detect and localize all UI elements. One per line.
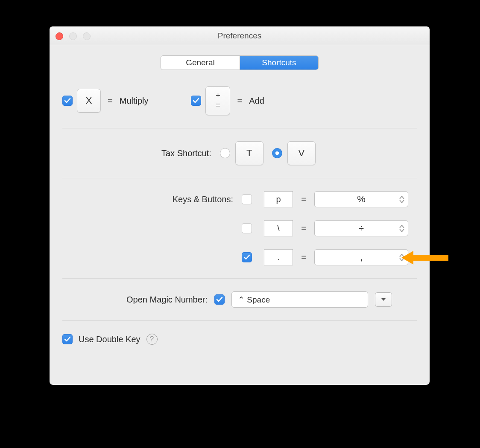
use-double-key-checkbox[interactable] (62, 334, 73, 344)
minimize-button[interactable] (69, 32, 77, 40)
tax-keycap-t: T (235, 141, 263, 165)
open-magic-number-input[interactable]: ⌃ Space (231, 291, 368, 308)
add-keycap: + = (205, 86, 230, 115)
kb-row2-value-dropdown[interactable]: , (314, 249, 408, 265)
use-double-key-label: Use Double Key (79, 335, 140, 344)
help-icon[interactable]: ? (146, 334, 158, 345)
kb-row2-value: , (360, 252, 363, 263)
equals-label: = (296, 195, 312, 204)
equals-label: = (296, 224, 312, 233)
zoom-button[interactable] (83, 32, 91, 40)
window-title: Preferences (218, 31, 261, 41)
tab-general[interactable]: General (161, 56, 240, 70)
kb-row0-value: % (357, 194, 366, 205)
stepper-icon (399, 254, 404, 261)
multiply-checkbox[interactable] (62, 96, 73, 106)
kb-row1-checkbox[interactable] (242, 223, 252, 233)
stepper-icon (399, 225, 404, 232)
add-keycap-top: + (216, 91, 220, 101)
preferences-window: Preferences General Shortcuts X = Multip… (50, 26, 430, 385)
kb-row2-checkbox[interactable] (242, 252, 252, 262)
add-label: Add (249, 96, 264, 106)
multiply-keycap: X (77, 89, 101, 113)
tax-radio-t[interactable] (220, 148, 230, 158)
equals-label: = (296, 253, 312, 262)
titlebar: Preferences (50, 26, 430, 45)
kb-row0-value-dropdown[interactable]: % (314, 191, 408, 207)
tab-bar: General Shortcuts (50, 55, 430, 70)
add-keycap-bot: = (216, 101, 220, 110)
kb-row0-checkbox[interactable] (242, 194, 252, 204)
add-checkbox[interactable] (191, 96, 201, 106)
open-magic-number-value: ⌃ Space (238, 295, 270, 305)
tax-shortcut-label: Tax Shortcut: (161, 148, 211, 158)
close-button[interactable] (56, 32, 63, 40)
tax-radio-v[interactable] (272, 148, 282, 158)
keys-buttons-label: Keys & Buttons: (148, 195, 242, 204)
kb-row0-key-input[interactable] (264, 191, 293, 207)
kb-row2-key-input[interactable] (264, 249, 293, 265)
equals-label: = (237, 96, 242, 106)
open-magic-number-menu-button[interactable] (375, 292, 392, 307)
kb-row1-key-input[interactable] (264, 220, 293, 236)
tax-keycap-v: V (287, 141, 316, 165)
equals-label: = (108, 96, 113, 106)
kb-row1-value: ÷ (359, 223, 364, 234)
open-magic-number-label: Open Magic Number: (126, 295, 208, 305)
open-magic-number-checkbox[interactable] (214, 294, 225, 305)
traffic-lights (56, 32, 91, 40)
kb-row1-value-dropdown[interactable]: ÷ (314, 220, 408, 236)
stepper-icon (399, 196, 404, 203)
tab-shortcuts[interactable]: Shortcuts (240, 56, 318, 70)
multiply-label: Multiply (120, 96, 149, 106)
